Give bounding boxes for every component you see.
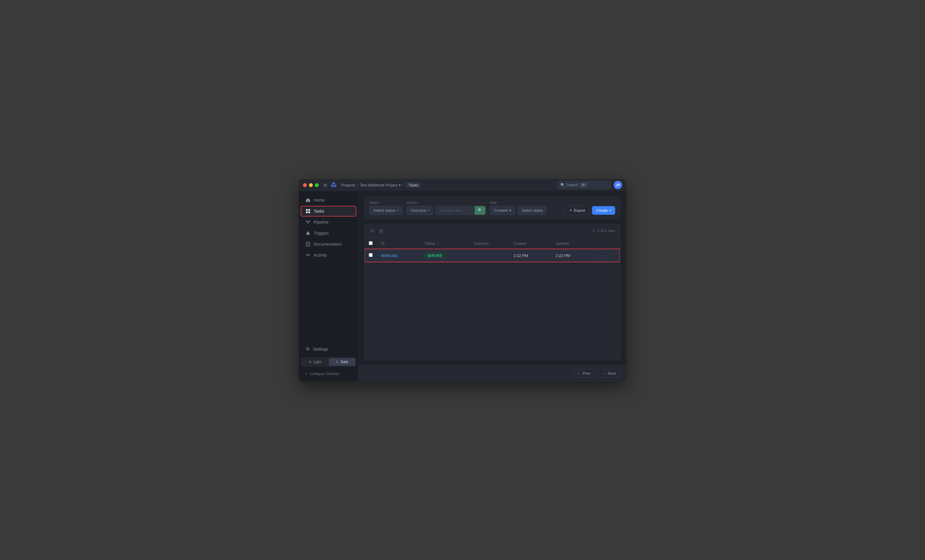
theme-dark-button[interactable]: ☾ Dark bbox=[329, 358, 356, 366]
svg-rect-6 bbox=[306, 212, 308, 213]
sidebar-item-settings[interactable]: Settings bbox=[301, 344, 356, 355]
svg-point-8 bbox=[306, 221, 307, 222]
svg-point-1 bbox=[333, 183, 334, 185]
search-type-value: Outcome bbox=[410, 208, 426, 213]
breadcrumb-projects[interactable]: Projects bbox=[341, 183, 356, 188]
search-text-input[interactable] bbox=[436, 206, 475, 215]
sidebar-item-pipeline[interactable]: Pipeline bbox=[301, 217, 356, 228]
next-button[interactable]: → Next bbox=[598, 369, 620, 378]
create-label: Create bbox=[596, 208, 608, 213]
date-range-select[interactable]: Select dates bbox=[518, 206, 547, 215]
table-row[interactable]: 8096cdd1 QUEUED 2:22 PM bbox=[365, 249, 620, 262]
search-type-chevron-icon: ▾ bbox=[428, 209, 429, 212]
sidebar-item-triggers[interactable]: Triggers bbox=[301, 228, 356, 239]
table-header: ID Status ⇕ Outcome bbox=[365, 238, 620, 249]
collapse-icon: « bbox=[305, 371, 307, 376]
row-checkbox[interactable] bbox=[369, 253, 373, 257]
moon-icon: ☾ bbox=[336, 360, 339, 364]
breadcrumb-sep2: / bbox=[403, 183, 404, 188]
breadcrumb-project[interactable]: Test Webhook Project ▾ bbox=[360, 183, 401, 188]
collapse-label: Collapse Sidebar bbox=[310, 371, 339, 376]
search-input-group: 🔍 bbox=[436, 206, 486, 215]
search-placeholder: Search bbox=[566, 183, 578, 187]
col-checkbox bbox=[365, 238, 377, 249]
search-icon: 🔍 bbox=[560, 183, 565, 187]
avatar[interactable]: JP bbox=[614, 181, 622, 189]
row-status-cell: QUEUED bbox=[420, 249, 470, 262]
sidebar-item-documentation[interactable]: Documentation bbox=[301, 239, 356, 249]
status-filter-group: Status Select status ▾ bbox=[369, 201, 402, 215]
minimize-button[interactable] bbox=[309, 183, 313, 187]
created-sort-icon: ↑ bbox=[528, 242, 530, 245]
svg-point-18 bbox=[307, 348, 309, 350]
sidebar-label-documentation: Documentation bbox=[314, 242, 342, 246]
svg-point-2 bbox=[331, 185, 333, 187]
date-filter-controls: Created ▾ Select dates bbox=[490, 206, 547, 215]
row-created-value: 2:22 PM bbox=[514, 254, 528, 258]
prev-button[interactable]: ← Prev bbox=[573, 369, 595, 378]
collapse-sidebar-button[interactable]: « Collapse Sidebar bbox=[301, 369, 356, 378]
light-label: Light bbox=[313, 360, 321, 364]
prev-arrow-icon: ← bbox=[577, 371, 581, 375]
table-toolbar-actions: ↻ ⊟ bbox=[369, 227, 384, 235]
col-updated[interactable]: Updated ↓ bbox=[551, 238, 595, 249]
row-menu-button[interactable]: ··· bbox=[599, 252, 605, 258]
search-filter-label: Search bbox=[407, 201, 486, 204]
sidebar-item-tasks[interactable]: Tasks bbox=[301, 206, 356, 216]
svg-rect-5 bbox=[308, 209, 310, 211]
sidebar-item-activity[interactable]: Activity bbox=[301, 250, 356, 261]
status-filter-label: Status bbox=[369, 201, 402, 204]
svg-rect-7 bbox=[308, 212, 310, 213]
status-select[interactable]: Select status ▾ bbox=[369, 206, 402, 215]
search-filter-group: Search Outcome ▾ 🔍 bbox=[407, 201, 486, 215]
theme-light-button[interactable]: ☀ Light bbox=[301, 358, 328, 366]
tasks-table: ID Status ⇕ Outcome bbox=[365, 238, 620, 262]
content-area: Status Select status ▾ Search Outcome bbox=[359, 192, 626, 381]
col-created[interactable]: Created ↑ bbox=[509, 238, 551, 249]
refresh-button[interactable]: ↻ bbox=[369, 227, 376, 235]
svg-point-9 bbox=[309, 221, 310, 222]
main-layout: Home Tasks bbox=[299, 192, 626, 381]
titlebar-nav: ⊞ Projects / Test Webhook Project ▾ / Ta… bbox=[324, 182, 557, 189]
updated-sort-icon: ↓ bbox=[571, 242, 572, 245]
titlebar-right: 🔍 Search ⌘/ JP bbox=[557, 181, 622, 189]
col-outcome: Outcome bbox=[470, 238, 509, 249]
task-id-link[interactable]: 8096cdd1 bbox=[381, 254, 398, 258]
sidebar-bottom: Settings ☀ Light ☾ Dark « Collapse Sideb… bbox=[299, 341, 358, 381]
date-chevron-icon: ▾ bbox=[509, 208, 511, 213]
filter-actions: ↗ Export Create ▾ bbox=[564, 206, 615, 215]
dark-label: Dark bbox=[341, 360, 348, 364]
columns-icon: ⊟ bbox=[379, 228, 383, 234]
search-submit-button[interactable]: 🔍 bbox=[475, 206, 485, 215]
create-button[interactable]: Create ▾ bbox=[592, 206, 615, 215]
sidebar-label-activity: Activity bbox=[314, 253, 327, 258]
create-chevron-icon: ▾ bbox=[610, 209, 611, 212]
columns-button[interactable]: ⊟ bbox=[378, 227, 384, 235]
activity-icon bbox=[305, 252, 311, 258]
home-icon bbox=[305, 197, 311, 203]
breadcrumb-sep1: / bbox=[357, 183, 359, 188]
breadcrumb-current: Tasks bbox=[405, 182, 421, 188]
sidebar-item-home[interactable]: Home bbox=[301, 195, 356, 206]
traffic-lights bbox=[303, 183, 319, 187]
status-chevron-icon: ▾ bbox=[397, 209, 399, 212]
close-button[interactable] bbox=[303, 183, 307, 187]
app-logo bbox=[330, 182, 337, 189]
date-filter-label: Date bbox=[490, 201, 547, 204]
col-status[interactable]: Status ⇕ bbox=[420, 238, 470, 249]
sun-icon: ☀ bbox=[309, 360, 312, 364]
date-type-select[interactable]: Created ▾ bbox=[490, 206, 515, 215]
status-select-value: Select status bbox=[373, 208, 395, 213]
row-actions-cell: ··· bbox=[595, 249, 620, 262]
table-toolbar: ↻ ⊟ 1 - 1 of 1 rows bbox=[365, 224, 620, 238]
table-body: 8096cdd1 QUEUED 2:22 PM bbox=[365, 249, 620, 262]
settings-label: Settings bbox=[313, 347, 328, 351]
titlebar: ⊞ Projects / Test Webhook Project ▾ / Ta… bbox=[299, 179, 626, 192]
maximize-button[interactable] bbox=[315, 183, 319, 187]
global-search[interactable]: 🔍 Search ⌘/ bbox=[557, 181, 611, 189]
select-all-checkbox[interactable] bbox=[369, 241, 373, 245]
search-type-select[interactable]: Outcome ▾ bbox=[407, 206, 433, 215]
filter-bar: Status Select status ▾ Search Outcome bbox=[364, 196, 620, 219]
search-shortcut: ⌘/ bbox=[580, 183, 587, 188]
export-button[interactable]: ↗ Export bbox=[564, 206, 590, 215]
